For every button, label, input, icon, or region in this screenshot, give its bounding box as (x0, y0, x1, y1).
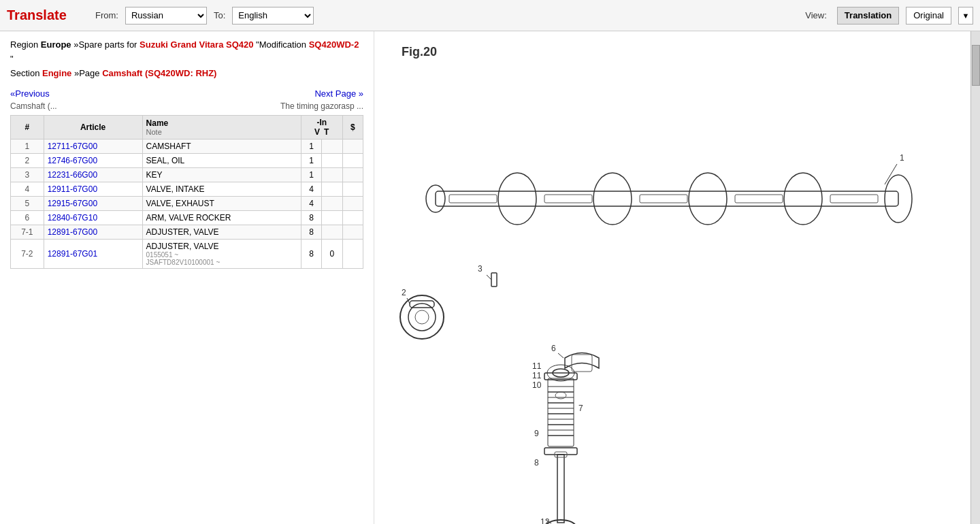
row-qty-v: 4 (301, 197, 321, 211)
row-price (342, 182, 363, 197)
app-title: Translate (7, 7, 75, 23)
row-name: ARM, VALVE ROCKER (142, 211, 301, 225)
row-num: 2 (11, 154, 44, 168)
row-qty-v: 1 (301, 168, 321, 182)
col-header-in: -In V T (301, 116, 342, 140)
to-language-select[interactable]: English Russian German (232, 7, 314, 24)
row-name: CAMSHAFT (142, 140, 301, 154)
row-article[interactable]: 12711-67G00 (44, 140, 142, 154)
row-qty-t (322, 225, 342, 240)
page-prefix: »Page (71, 68, 102, 78)
row-num: 5 (11, 197, 44, 211)
svg-rect-42 (544, 448, 577, 455)
row-article[interactable]: 12746-67G00 (44, 154, 142, 168)
main-scrollbar[interactable] (970, 31, 980, 524)
next-page-link[interactable]: Next Page » (314, 88, 363, 99)
svg-rect-9 (640, 195, 687, 203)
row-num: 4 (11, 182, 44, 197)
svg-point-1 (498, 173, 536, 225)
page-value: Camshaft (SQ420WD: RHZ) (102, 68, 216, 78)
view-label: View: (805, 10, 827, 20)
svg-text:1: 1 (900, 153, 904, 163)
svg-rect-7 (449, 195, 497, 203)
svg-text:3: 3 (478, 264, 483, 274)
svg-line-21 (487, 275, 491, 280)
svg-line-13 (885, 164, 897, 184)
svg-point-16 (415, 310, 429, 324)
region-label: Region (10, 39, 41, 50)
section-label: Section (10, 68, 42, 78)
translation-button[interactable]: Translation (837, 7, 899, 24)
row-name: KEY (142, 168, 301, 182)
row-qty-t: 0 (322, 240, 342, 269)
table-row: 2 12746-67G00 SEAL, OIL 1 (11, 154, 363, 168)
table-row: 3 12231-66G00 KEY 1 (11, 168, 363, 182)
row-qty-v: 4 (301, 182, 321, 197)
prev-page-sub: Camshaft (... (10, 101, 57, 111)
svg-text:11: 11 (532, 361, 542, 371)
prev-page-link[interactable]: «Previous (10, 88, 50, 99)
svg-rect-10 (735, 195, 783, 203)
svg-text:8: 8 (534, 458, 539, 468)
row-qty-t (322, 182, 342, 197)
col-header-num: # (11, 116, 44, 140)
row-article[interactable]: 12840-67G10 (44, 211, 142, 225)
toolbar: Translate From: Russian English German T… (0, 0, 980, 31)
svg-line-25 (558, 353, 564, 358)
modification-suffix: " (10, 54, 14, 64)
row-article[interactable]: 12915-67G00 (44, 197, 142, 211)
parts-diagram: 1 2 3 6 (381, 59, 939, 524)
row-price (342, 168, 363, 182)
table-row: 4 12911-67G00 VALVE, INTAKE 4 (11, 182, 363, 197)
row-num: 7-2 (11, 240, 44, 269)
region-value: Europe (41, 39, 71, 50)
table-row: 6 12840-67G10 ARM, VALVE ROCKER 8 (11, 211, 363, 225)
svg-text:2: 2 (402, 288, 406, 297)
row-name: SEAL, OIL (142, 154, 301, 168)
row-qty-v: 8 (301, 211, 321, 225)
to-label: To: (214, 10, 225, 20)
page-navigation: «Previous Next Page » (10, 88, 363, 99)
table-row: 1 12711-67G00 CAMSHAFT 1 (11, 140, 363, 154)
from-language-select[interactable]: Russian English German (125, 7, 207, 24)
row-qty-v: 1 (301, 154, 321, 168)
svg-point-14 (400, 295, 444, 339)
svg-text:12: 12 (540, 517, 550, 524)
table-row: 7-2 12891-67G01 ADJUSTER, VALVE 0155051 … (11, 240, 363, 269)
row-article[interactable]: 12891-67G00 (44, 225, 142, 240)
page-nav-sub: Camshaft (... The timing gazorasp ... (10, 101, 363, 111)
row-price (342, 197, 363, 211)
original-button[interactable]: Original (906, 7, 951, 24)
svg-rect-8 (544, 195, 592, 203)
row-article[interactable]: 12231-66G00 (44, 168, 142, 182)
table-row: 5 12915-67G00 VALVE, EXHAUST 4 (11, 197, 363, 211)
svg-text:9: 9 (534, 429, 539, 438)
row-qty-t (322, 211, 342, 225)
col-header-article: Article (44, 116, 142, 140)
row-article[interactable]: 12891-67G01 (44, 240, 142, 269)
row-qty-t (322, 168, 342, 182)
row-num: 7-1 (11, 225, 44, 240)
row-price (342, 140, 363, 154)
row-price (342, 211, 363, 225)
view-dropdown-button[interactable]: ▼ (958, 7, 973, 24)
svg-rect-29 (548, 378, 574, 446)
next-page-sub: The timing gazorasp ... (280, 101, 363, 111)
svg-text:7: 7 (578, 404, 583, 413)
diagram-title: Fig.20 (402, 45, 437, 59)
modification-value: SQ420WD-2 (309, 39, 359, 50)
row-qty-t (322, 154, 342, 168)
svg-point-2 (593, 173, 632, 225)
model-text: Suzuki Grand Vitara SQ420 (140, 39, 253, 50)
row-article[interactable]: 12911-67G00 (44, 182, 142, 197)
main-content: Region Europe »Spare parts for Suzuki Gr… (0, 31, 980, 524)
left-panel: Region Europe »Spare parts for Suzuki Gr… (0, 31, 374, 524)
scrollbar-thumb[interactable] (972, 45, 980, 86)
row-qty-v: 8 (301, 240, 321, 269)
row-num: 6 (11, 211, 44, 225)
svg-rect-43 (557, 455, 564, 523)
row-qty-v: 8 (301, 225, 321, 240)
right-panel: Fig.20 1 (374, 31, 970, 524)
row-qty-t (322, 197, 342, 211)
row-name: ADJUSTER, VALVE 0155051 ~JSAFTD82V101000… (142, 240, 301, 269)
